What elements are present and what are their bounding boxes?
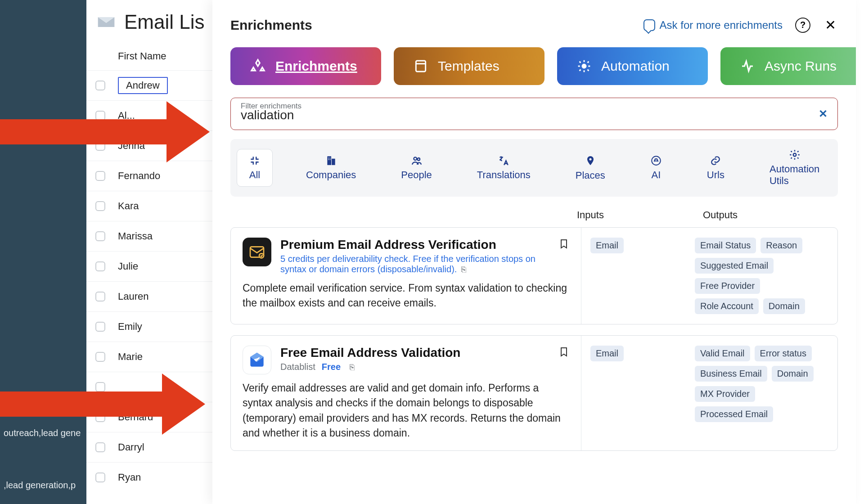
tab-templates[interactable]: Templates bbox=[394, 47, 544, 85]
row-checkbox[interactable] bbox=[95, 231, 105, 241]
row-name: Ryan bbox=[118, 472, 141, 483]
activity-icon bbox=[740, 59, 755, 73]
row-checkbox[interactable] bbox=[95, 261, 105, 271]
template-icon bbox=[414, 59, 428, 73]
category-companies[interactable]: Companies bbox=[294, 149, 368, 186]
output-chip: Error status bbox=[755, 346, 812, 361]
outputs-header: Outputs bbox=[703, 209, 838, 221]
category-label: Companies bbox=[306, 169, 356, 181]
row-checkbox[interactable] bbox=[95, 472, 105, 482]
ask-enrichments-label: Ask for more enrichments bbox=[660, 19, 783, 32]
tag-line: ,lead generation,p bbox=[0, 477, 79, 493]
output-chip: Processed Email bbox=[695, 406, 773, 422]
category-label: People bbox=[401, 169, 432, 181]
table-row[interactable]: Lauren bbox=[86, 281, 216, 311]
clear-filter-icon[interactable]: ✕ bbox=[819, 108, 828, 120]
row-name: Marissa bbox=[118, 230, 153, 242]
category-icon bbox=[650, 155, 662, 166]
category-label: Urls bbox=[707, 169, 724, 181]
svg-point-12 bbox=[589, 158, 591, 161]
output-chip: Valid Email bbox=[695, 346, 750, 361]
mail-icon bbox=[95, 11, 117, 33]
category-label: AI bbox=[651, 169, 661, 181]
row-checkbox[interactable] bbox=[95, 81, 105, 90]
row-checkbox[interactable] bbox=[95, 442, 105, 452]
category-label: Automation Utils bbox=[770, 163, 820, 187]
row-name: Fernando bbox=[118, 170, 160, 182]
tab-automation-label: Automation bbox=[601, 58, 670, 74]
filter-label: Filter enrichments bbox=[241, 102, 302, 111]
row-name: Marie bbox=[118, 351, 143, 363]
category-people[interactable]: People bbox=[389, 149, 444, 186]
svg-rect-8 bbox=[328, 159, 329, 160]
row-checkbox[interactable] bbox=[95, 201, 105, 211]
table-row[interactable]: Darryl bbox=[86, 432, 216, 462]
row-name: Julie bbox=[118, 261, 138, 272]
category-urls[interactable]: Urls bbox=[695, 149, 736, 186]
tab-enrichments[interactable]: Enrichments bbox=[230, 47, 381, 85]
table-row[interactable]: Fernando bbox=[86, 161, 216, 191]
filter-input[interactable] bbox=[241, 108, 810, 122]
table-row[interactable]: Marissa bbox=[86, 221, 216, 251]
input-chip: Email bbox=[590, 346, 624, 361]
category-icon bbox=[789, 149, 801, 161]
input-chip: Email bbox=[590, 238, 624, 253]
apps-icon bbox=[250, 58, 266, 74]
table-row[interactable]: Ryan bbox=[86, 462, 216, 492]
category-ai[interactable]: AI bbox=[639, 149, 674, 186]
card-description: Verify email addresses are valid and get… bbox=[243, 381, 569, 441]
card-subtitle: 5 credits per deliverability check. Free… bbox=[280, 254, 549, 274]
svg-point-11 bbox=[417, 158, 419, 160]
table-row[interactable]: Marie bbox=[86, 342, 216, 372]
table-row[interactable]: Emily bbox=[86, 311, 216, 342]
output-chip: Domain bbox=[763, 298, 805, 314]
filter-enrichments-field[interactable]: Filter enrichments ✕ bbox=[230, 98, 838, 130]
table-row[interactable]: Julie bbox=[86, 251, 216, 281]
svg-point-14 bbox=[793, 153, 796, 157]
enrichment-icon bbox=[243, 346, 271, 374]
column-header-firstname[interactable]: First Name bbox=[86, 47, 216, 70]
output-chip: Free Provider bbox=[695, 278, 760, 294]
svg-rect-7 bbox=[329, 158, 330, 159]
card-subtitle: DatablistFree⎘ bbox=[280, 362, 549, 372]
copy-icon[interactable]: ⎘ bbox=[461, 265, 466, 274]
row-name: Darryl bbox=[118, 441, 144, 453]
chat-icon bbox=[644, 19, 655, 31]
list-title: Email Lis bbox=[124, 11, 205, 33]
ask-enrichments-link[interactable]: Ask for more enrichments bbox=[644, 19, 783, 32]
tab-async-label: Async Runs bbox=[765, 58, 837, 74]
tab-automation[interactable]: Automation bbox=[557, 47, 708, 85]
category-translations[interactable]: Translations bbox=[465, 149, 542, 186]
bookmark-icon[interactable] bbox=[558, 346, 569, 358]
close-icon[interactable]: ✕ bbox=[823, 15, 838, 35]
category-icon bbox=[249, 155, 261, 166]
copy-icon[interactable]: ⎘ bbox=[350, 363, 355, 372]
row-checkbox[interactable] bbox=[95, 352, 105, 362]
row-checkbox[interactable] bbox=[95, 292, 105, 302]
bookmark-icon[interactable] bbox=[558, 238, 569, 250]
category-label: Translations bbox=[477, 169, 531, 181]
svg-rect-5 bbox=[332, 159, 335, 165]
row-checkbox[interactable] bbox=[95, 171, 105, 181]
svg-rect-4 bbox=[327, 156, 331, 165]
enrichment-card[interactable]: Premium Email Address Verification5 cred… bbox=[230, 227, 838, 324]
tab-templates-label: Templates bbox=[438, 58, 500, 74]
category-icon bbox=[411, 155, 423, 166]
table-row[interactable]: Kara bbox=[86, 191, 216, 221]
row-checkbox[interactable] bbox=[95, 322, 105, 332]
category-all[interactable]: All bbox=[237, 149, 273, 187]
tab-async-runs[interactable]: Async Runs bbox=[720, 47, 856, 85]
category-places[interactable]: Places bbox=[564, 149, 617, 187]
row-name: Emily bbox=[118, 321, 142, 333]
help-icon[interactable]: ? bbox=[795, 18, 810, 33]
table-row[interactable]: Andrew bbox=[86, 70, 216, 100]
output-chip: Reason bbox=[760, 238, 802, 253]
category-automation-utils[interactable]: Automation Utils bbox=[758, 144, 832, 192]
enrichment-card[interactable]: Free Email Address ValidationDatablistFr… bbox=[230, 335, 838, 451]
output-chip: MX Provider bbox=[695, 386, 755, 402]
category-label: Places bbox=[576, 170, 605, 181]
category-tabs: AllCompaniesPeopleTranslationsPlacesAIUr… bbox=[230, 139, 838, 197]
svg-rect-6 bbox=[328, 158, 329, 159]
inputs-header: Inputs bbox=[577, 209, 703, 221]
output-chip: Suggested Email bbox=[695, 258, 774, 274]
